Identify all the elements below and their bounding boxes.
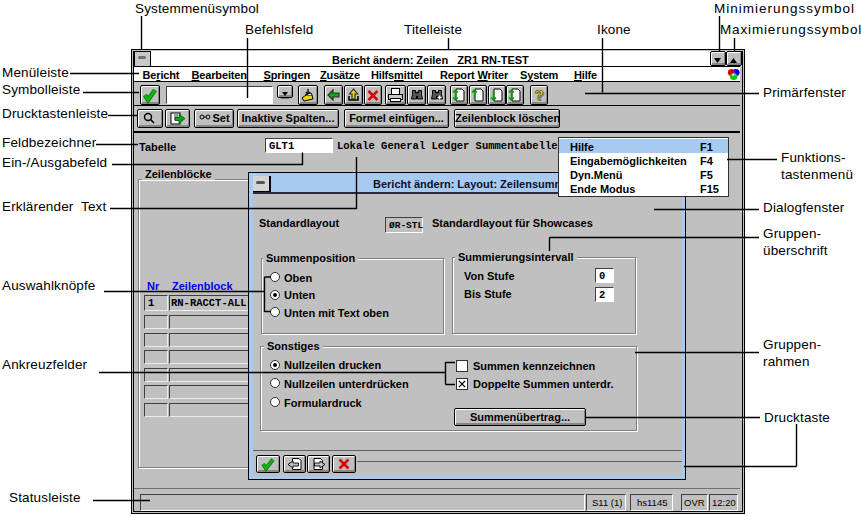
- svg-text:?: ?: [535, 86, 544, 103]
